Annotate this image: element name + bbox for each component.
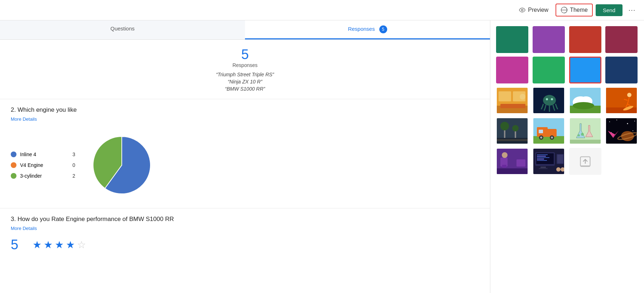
response-item: “Triumph Street Triple RS” [11, 72, 479, 77]
content-area: 5 Responses “Triumph Street Triple RS” “… [0, 40, 490, 293]
svg-point-39 [551, 136, 553, 139]
legend-value-v4: 0 [72, 162, 75, 168]
swatch-park[interactable] [496, 117, 528, 144]
stars-row: ★ ★ ★ ★ ☆ [33, 239, 86, 251]
response-item: “Ninja ZX 10 R” [11, 79, 479, 85]
svg-point-51 [633, 130, 633, 131]
swatch-space[interactable] [605, 117, 638, 144]
svg-rect-18 [606, 107, 638, 114]
swatch-dark-red[interactable] [605, 26, 638, 53]
star-1: ★ [33, 239, 42, 251]
swatch-purple[interactable] [533, 26, 565, 53]
svg-point-44 [578, 134, 580, 136]
svg-rect-31 [497, 139, 528, 141]
svg-rect-71 [539, 168, 548, 169]
legend-label-3cyl: 3-cylinder [20, 173, 62, 179]
svg-rect-29 [515, 131, 516, 138]
more-button[interactable]: ⋯ [625, 4, 638, 16]
svg-rect-66 [537, 159, 544, 159]
q2-more-details[interactable]: More Details [11, 116, 37, 122]
svg-point-9 [543, 95, 556, 106]
svg-rect-63 [537, 154, 548, 155]
swatch-snowboarder[interactable] [605, 87, 638, 114]
legend-dot-inline4 [11, 152, 16, 157]
svg-rect-69 [557, 155, 563, 163]
svg-point-37 [540, 136, 542, 139]
question-2-title: 2. Which engine you like [11, 106, 479, 114]
preview-button[interactable]: Preview [514, 4, 553, 16]
chart-area: Inline 4 3 V4 Engine 0 3-cylinder 2 [11, 129, 479, 201]
chart-legend: Inline 4 3 V4 Engine 0 3-cylinder 2 [11, 152, 75, 179]
swatch-camper[interactable] [533, 117, 565, 144]
svg-point-16 [573, 102, 594, 109]
swatch-navy[interactable] [605, 57, 638, 83]
send-button[interactable]: Send [596, 4, 623, 16]
svg-point-28 [500, 122, 509, 130]
swatch-purple-room[interactable] [496, 148, 528, 175]
theme-icon [561, 6, 568, 14]
svg-rect-40 [539, 130, 543, 133]
legend-dot-v4 [11, 162, 16, 168]
question-3-title: 3. How do you Rate Engine performance of… [11, 216, 479, 223]
svg-rect-67 [537, 160, 547, 161]
star-5: ☆ [77, 239, 86, 251]
svg-point-47 [616, 120, 617, 120]
q3-rating-count: 5 [11, 237, 18, 253]
svg-rect-45 [606, 118, 638, 144]
svg-point-30 [512, 125, 519, 131]
star-2: ★ [44, 239, 53, 251]
response-item: “BMW S1000 RR” [11, 86, 479, 92]
svg-point-43 [581, 133, 584, 136]
theme-panel [490, 20, 644, 293]
theme-label: Theme [570, 7, 588, 13]
svg-rect-64 [537, 156, 546, 157]
svg-rect-55 [497, 168, 528, 175]
swatch-chemistry[interactable] [569, 117, 601, 144]
svg-point-48 [627, 123, 628, 124]
svg-point-49 [634, 121, 635, 121]
responses-badge: 5 [379, 25, 387, 33]
preview-label: Preview [528, 7, 548, 13]
upload-icon [579, 155, 592, 168]
legend-item-inline4: Inline 4 3 [11, 152, 75, 157]
legend-value-inline4: 3 [72, 152, 75, 157]
swatch-green[interactable] [533, 57, 565, 83]
swatch-teal[interactable] [496, 26, 528, 53]
question-3-section: 3. How do you Rate Engine performance of… [0, 208, 490, 260]
svg-point-10 [546, 98, 548, 100]
responses-summary: 5 Responses “Triumph Street Triple RS” “… [0, 40, 490, 99]
svg-rect-70 [540, 167, 546, 168]
tab-responses[interactable]: Responses 5 [245, 20, 490, 39]
legend-label-inline4: Inline 4 [20, 152, 62, 157]
svg-rect-42 [570, 140, 601, 144]
svg-rect-4 [499, 91, 511, 101]
theme-grid [496, 26, 638, 175]
q3-more-details[interactable]: More Details [11, 226, 37, 231]
legend-item-v4: V4 Engine 0 [11, 162, 75, 168]
pie-chart [86, 129, 158, 201]
swatch-landscape[interactable] [569, 87, 601, 114]
tab-questions[interactable]: Questions [0, 20, 245, 39]
svg-rect-33 [533, 136, 565, 144]
responses-label: Responses [11, 62, 479, 68]
swatch-livingroom[interactable] [496, 87, 528, 114]
swatch-octopus[interactable] [533, 87, 565, 114]
swatch-red[interactable] [569, 26, 601, 53]
star-4: ★ [66, 239, 75, 251]
swatch-dark-computer[interactable] [533, 148, 565, 175]
left-panel: Questions Responses 5 5 Responses “Trium… [0, 20, 490, 293]
svg-rect-65 [537, 157, 549, 158]
legend-item-3cyl: 3-cylinder 2 [11, 173, 75, 179]
tabs: Questions Responses 5 [0, 20, 490, 40]
svg-point-73 [561, 167, 565, 172]
response-items: “Triumph Street Triple RS” “Ninja ZX 10 … [11, 72, 479, 92]
swatch-blue-selected[interactable] [569, 57, 601, 83]
question-2-section: 2. Which engine you like More Details In… [0, 99, 490, 208]
theme-button[interactable]: Theme [556, 4, 593, 16]
swatch-upload[interactable] [569, 148, 601, 175]
legend-label-v4: V4 Engine [20, 162, 62, 168]
svg-rect-57 [516, 159, 525, 167]
svg-rect-6 [500, 104, 525, 108]
swatch-pink[interactable] [496, 57, 528, 83]
legend-dot-3cyl [11, 173, 16, 179]
